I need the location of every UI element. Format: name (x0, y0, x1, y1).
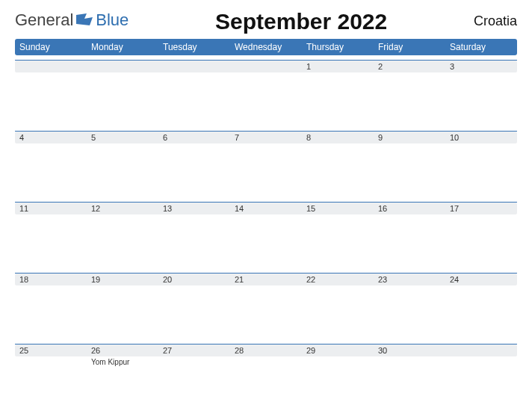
event-label (302, 72, 374, 126)
date-row: 18192021222324 (15, 274, 517, 285)
event-label (158, 285, 230, 339)
event-label (374, 356, 445, 410)
date-number: 19 (87, 274, 158, 285)
event-label (230, 143, 302, 197)
event-row (15, 214, 517, 268)
event-label (374, 143, 445, 197)
day-header: Thursday (302, 39, 374, 55)
date-number: 8 (302, 132, 374, 143)
event-label (230, 214, 302, 268)
date-row: 45678910 (15, 132, 517, 143)
event-label (302, 143, 374, 197)
day-header-row: Sunday Monday Tuesday Wednesday Thursday… (15, 39, 517, 55)
date-number: 1 (302, 61, 374, 72)
date-number: 29 (302, 344, 374, 356)
event-label (374, 214, 445, 268)
logo-text-b: Blue (96, 10, 129, 30)
date-number: 22 (302, 274, 374, 285)
event-label (302, 214, 374, 268)
event-row (15, 143, 517, 197)
event-label (158, 356, 230, 410)
date-number: 7 (230, 132, 302, 143)
date-number: 6 (158, 132, 230, 143)
event-row (15, 285, 517, 339)
event-label (445, 143, 517, 197)
day-header: Saturday (445, 39, 517, 55)
event-label (15, 214, 87, 268)
event-label (445, 72, 517, 126)
event-label (15, 356, 87, 410)
event-label (158, 214, 230, 268)
event-row: Yom Kippur (15, 356, 517, 410)
date-number: 28 (230, 344, 302, 356)
event-label (374, 72, 445, 126)
date-number: 4 (15, 132, 87, 143)
region-label: Croatia (474, 6, 517, 29)
day-header: Wednesday (230, 39, 302, 55)
event-label (87, 214, 158, 268)
date-number: 21 (230, 274, 302, 285)
date-number (15, 61, 87, 72)
date-number: 24 (445, 274, 517, 285)
event-label (445, 285, 517, 339)
event-label (302, 356, 374, 410)
logo: General Blue (15, 6, 129, 30)
event-label (158, 72, 230, 126)
week-row: 123 (15, 60, 517, 126)
event-label (230, 285, 302, 339)
event-label (158, 143, 230, 197)
date-number: 26 (87, 344, 158, 356)
date-number: 10 (445, 132, 517, 143)
date-number: 2 (374, 61, 445, 72)
date-number (445, 344, 517, 356)
event-label (230, 356, 302, 410)
week-row: 45678910 (15, 131, 517, 197)
event-label (87, 285, 158, 339)
date-number: 13 (158, 203, 230, 214)
date-number: 18 (15, 274, 87, 285)
event-label (445, 356, 517, 410)
date-row: 11121314151617 (15, 203, 517, 214)
event-label (445, 214, 517, 268)
date-number: 9 (374, 132, 445, 143)
date-number: 20 (158, 274, 230, 285)
date-number: 30 (374, 344, 445, 356)
event-label (374, 285, 445, 339)
date-number: 12 (87, 203, 158, 214)
logo-text-a: General (15, 10, 73, 30)
calendar-grid: 1234567891011121314151617181920212223242… (15, 60, 517, 410)
event-label (87, 72, 158, 126)
date-number (158, 61, 230, 72)
event-label: Yom Kippur (87, 356, 158, 410)
date-number: 23 (374, 274, 445, 285)
week-row: 18192021222324 (15, 273, 517, 339)
date-row: 123 (15, 61, 517, 72)
day-header: Monday (87, 39, 158, 55)
date-number: 25 (15, 344, 87, 356)
logo-flag-icon (76, 10, 93, 30)
day-header: Friday (374, 39, 445, 55)
date-number: 14 (230, 203, 302, 214)
event-row (15, 72, 517, 126)
date-number: 17 (445, 203, 517, 214)
day-header: Tuesday (158, 39, 230, 55)
event-label (302, 285, 374, 339)
date-number (87, 61, 158, 72)
event-label (230, 72, 302, 126)
event-label (87, 143, 158, 197)
date-number: 5 (87, 132, 158, 143)
page-title: September 2022 (215, 6, 387, 34)
event-label (15, 285, 87, 339)
event-label (15, 72, 87, 126)
week-row: 11121314151617 (15, 202, 517, 268)
event-label (15, 143, 87, 197)
date-number: 3 (445, 61, 517, 72)
date-number: 16 (374, 203, 445, 214)
header: General Blue September 2022 Croatia (15, 6, 517, 39)
week-row: 252627282930Yom Kippur (15, 344, 517, 410)
date-number: 11 (15, 203, 87, 214)
date-row: 252627282930 (15, 344, 517, 356)
date-number: 27 (158, 344, 230, 356)
date-number (230, 61, 302, 72)
day-header: Sunday (15, 39, 87, 55)
